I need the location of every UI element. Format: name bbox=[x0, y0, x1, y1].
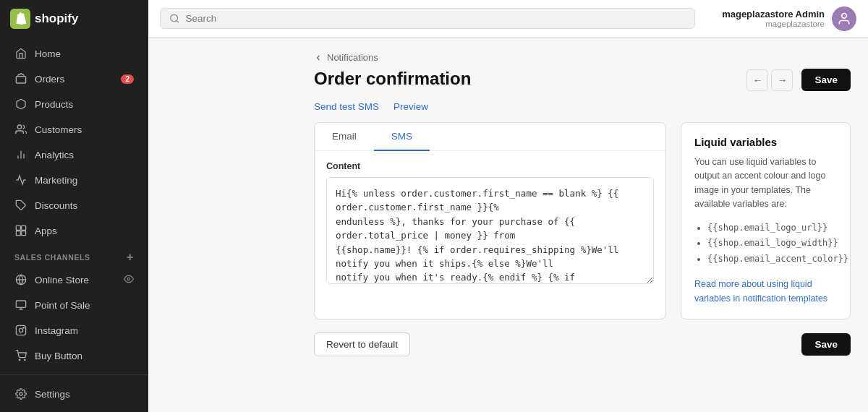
marketing-icon bbox=[14, 173, 27, 186]
main-content: Notifications Order confirmation ← → Sav… bbox=[297, 38, 868, 412]
sales-channels-section-label: SALES CHANNELS + bbox=[0, 244, 148, 267]
apps-icon bbox=[14, 224, 27, 237]
svg-point-23 bbox=[171, 14, 178, 22]
search-input[interactable] bbox=[186, 13, 686, 24]
sidebar-item-apps-label: Apps bbox=[35, 226, 57, 236]
sidebar-item-instagram-label: Instagram bbox=[35, 325, 78, 336]
products-icon bbox=[14, 98, 27, 111]
svg-point-20 bbox=[19, 359, 20, 360]
svg-point-18 bbox=[19, 328, 22, 332]
sidebar-item-orders-label: Orders bbox=[35, 74, 64, 85]
pos-icon bbox=[14, 299, 27, 312]
discounts-icon bbox=[14, 199, 27, 212]
avatar[interactable] bbox=[832, 7, 856, 31]
analytics-icon bbox=[14, 148, 27, 161]
sidebar-item-marketing[interactable]: Marketing bbox=[4, 168, 144, 192]
search-icon bbox=[169, 13, 180, 24]
liquid-learn-more-link[interactable]: Read more about using liquid variables i… bbox=[694, 279, 827, 304]
liquid-variables-desc: You can use liquid variables to output a… bbox=[694, 155, 837, 212]
breadcrumb: Notifications bbox=[314, 52, 851, 63]
svg-rect-17 bbox=[16, 325, 25, 335]
content-label: Content bbox=[326, 161, 654, 171]
sidebar-item-settings-label: Settings bbox=[35, 389, 70, 400]
nav-next-button[interactable]: → bbox=[771, 69, 793, 91]
settings-icon bbox=[14, 387, 27, 400]
sidebar-item-customers[interactable]: Customers bbox=[4, 117, 144, 142]
add-sales-channel-icon[interactable]: + bbox=[127, 251, 134, 264]
svg-point-13 bbox=[127, 278, 130, 280]
sidebar-item-orders[interactable]: Orders 2 bbox=[4, 66, 144, 91]
svg-rect-10 bbox=[22, 231, 26, 236]
svg-rect-7 bbox=[16, 226, 20, 230]
sidebar-bottom: Settings bbox=[0, 374, 148, 412]
sidebar: shopify Home Orders 2 bbox=[0, 0, 148, 412]
nav-arrows: ← → bbox=[746, 69, 793, 91]
sidebar-item-settings[interactable]: Settings bbox=[4, 382, 144, 406]
shopify-logo: shopify bbox=[10, 9, 78, 29]
card-tabs: Email SMS bbox=[315, 123, 665, 151]
main-card: Email SMS Content bbox=[314, 122, 666, 319]
sidebar-item-home[interactable]: Home bbox=[4, 41, 144, 66]
sms-content-textarea[interactable] bbox=[326, 177, 654, 284]
sidebar-item-marketing-label: Marketing bbox=[35, 175, 77, 186]
liquid-variables-title: Liquid variables bbox=[694, 136, 837, 148]
content-layout: Email SMS Content Liquid variables You c… bbox=[314, 122, 851, 319]
svg-point-22 bbox=[20, 392, 22, 395]
sidebar-item-online-store[interactable]: Online Store bbox=[4, 267, 144, 292]
liquid-var-3: {{shop.email_accent_color}} bbox=[707, 252, 837, 267]
customers-icon bbox=[14, 123, 27, 136]
svg-rect-14 bbox=[16, 301, 25, 307]
send-test-sms-link[interactable]: Send test SMS bbox=[314, 101, 379, 112]
sidebar-item-buy-button[interactable]: Buy Button bbox=[4, 343, 144, 368]
user-text-block: mageplazastore Admin mageplazastore bbox=[722, 9, 825, 28]
nav-prev-button[interactable]: ← bbox=[746, 69, 768, 91]
svg-point-21 bbox=[25, 359, 25, 360]
tab-sms[interactable]: SMS bbox=[374, 123, 430, 151]
svg-rect-1 bbox=[16, 77, 25, 83]
breadcrumb-link[interactable]: Notifications bbox=[327, 52, 378, 63]
preview-link[interactable]: Preview bbox=[393, 101, 428, 112]
sidebar-item-buy-button-label: Buy Button bbox=[35, 351, 82, 361]
home-icon bbox=[14, 47, 27, 60]
save-button-top[interactable]: Save bbox=[801, 69, 851, 91]
sidebar-item-pos-label: Point of Sale bbox=[35, 300, 90, 311]
sidebar-item-analytics[interactable]: Analytics bbox=[4, 142, 144, 167]
page-title: Order confirmation bbox=[314, 69, 471, 89]
svg-rect-8 bbox=[22, 226, 26, 230]
sidebar-item-apps[interactable]: Apps bbox=[4, 218, 144, 243]
liquid-variables-card: Liquid variables You can use liquid vari… bbox=[681, 122, 851, 319]
revert-to-default-button[interactable]: Revert to default bbox=[314, 332, 410, 356]
user-name: mageplazastore Admin bbox=[722, 9, 825, 20]
orders-badge: 2 bbox=[121, 74, 134, 84]
svg-point-19 bbox=[23, 327, 24, 328]
user-store: mageplazastore bbox=[722, 20, 825, 28]
svg-rect-9 bbox=[16, 231, 20, 236]
tab-email[interactable]: Email bbox=[315, 123, 374, 151]
sidebar-item-online-store-label: Online Store bbox=[35, 275, 89, 286]
buy-button-icon bbox=[14, 349, 27, 362]
liquid-variables-list: {{shop.email_logo_url}} {{shop.email_log… bbox=[694, 220, 837, 267]
sidebar-item-products[interactable]: Products bbox=[4, 92, 144, 116]
liquid-var-1: {{shop.email_logo_url}} bbox=[707, 220, 837, 236]
sidebar-item-analytics-label: Analytics bbox=[35, 150, 74, 160]
topbar: mageplazastore Admin mageplazastore bbox=[148, 0, 868, 38]
shopify-logo-text: shopify bbox=[35, 12, 78, 26]
search-bar[interactable] bbox=[160, 8, 695, 29]
user-info: mageplazastore Admin mageplazastore bbox=[722, 7, 856, 31]
sidebar-item-instagram[interactable]: Instagram bbox=[4, 318, 144, 343]
online-store-eye-icon[interactable] bbox=[124, 274, 134, 286]
sidebar-item-discounts-label: Discounts bbox=[35, 200, 77, 211]
orders-icon bbox=[14, 72, 27, 85]
instagram-icon bbox=[14, 324, 27, 337]
liquid-var-2: {{shop.email_logo_width}} bbox=[707, 236, 837, 252]
breadcrumb-back-icon bbox=[314, 53, 323, 62]
bottom-actions: Revert to default Save bbox=[314, 332, 851, 356]
textarea-wrapper: Content bbox=[315, 151, 665, 297]
save-button-bottom[interactable]: Save bbox=[801, 333, 851, 356]
sidebar-item-home-label: Home bbox=[35, 48, 61, 59]
online-store-icon bbox=[14, 273, 27, 286]
sidebar-item-products-label: Products bbox=[35, 99, 73, 110]
svg-point-2 bbox=[17, 125, 21, 129]
sidebar-item-discounts[interactable]: Discounts bbox=[4, 193, 144, 218]
sidebar-item-pos[interactable]: Point of Sale bbox=[4, 293, 144, 317]
